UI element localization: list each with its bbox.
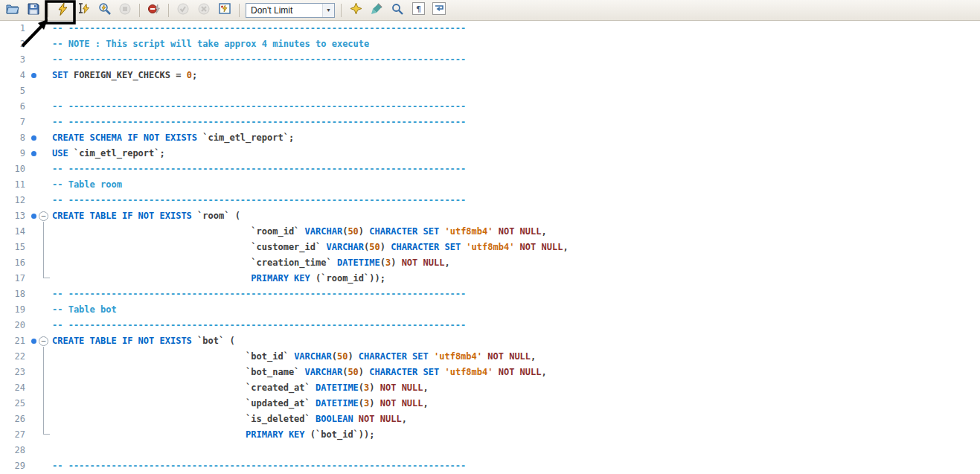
line-number: 5 (0, 83, 27, 99)
code-line-10[interactable]: 10-- -----------------------------------… (0, 161, 980, 177)
line-number: 9 (0, 146, 27, 161)
line-number: 2 (0, 36, 27, 52)
code-text: `created_at` DATETIME(3) NOT NULL, (52, 380, 429, 396)
code-line-1[interactable]: 1-- ------------------------------------… (0, 21, 980, 36)
open-script-button[interactable] (3, 1, 22, 19)
code-line-14[interactable]: 14 `room_id` VARCHAR(50) CHARACTER SET '… (0, 224, 980, 240)
code-line-21[interactable]: 21−CREATE TABLE IF NOT EXISTS `bot` ( (0, 333, 980, 349)
beautify-script-button[interactable] (346, 1, 365, 19)
autocommit-icon (219, 3, 231, 18)
code-line-13[interactable]: 13−CREATE TABLE IF NOT EXISTS `room` ( (0, 208, 980, 224)
code-line-20[interactable]: 20-- -----------------------------------… (0, 318, 980, 333)
explain-statement-button[interactable] (95, 1, 114, 19)
line-number: 25 (0, 396, 27, 411)
code-line-11[interactable]: 11-- Table room (0, 177, 980, 193)
gutter-markers (27, 130, 52, 146)
code-line-18[interactable]: 18-- -----------------------------------… (0, 286, 980, 302)
code-line-26[interactable]: 26 `is_deleted` BOOLEAN NOT NULL, (0, 411, 980, 427)
code-text: `is_deleted` BOOLEAN NOT NULL, (52, 411, 407, 427)
line-number: 6 (0, 99, 27, 115)
code-text: -- -------------------------------------… (52, 99, 466, 115)
execute-current-statement-button[interactable] (74, 1, 93, 19)
code-text: CREATE TABLE IF NOT EXISTS `bot` ( (52, 333, 235, 349)
code-line-25[interactable]: 25 `updated_at` DATETIME(3) NOT NULL, (0, 396, 980, 411)
code-text: PRIMARY KEY (`room_id`)); (52, 271, 385, 286)
line-number: 23 (0, 365, 27, 380)
line-number: 1 (0, 21, 27, 36)
toggle-word-wrap-button[interactable] (429, 1, 449, 19)
code-line-27[interactable]: 27 PRIMARY KEY (`bot_id`)); (0, 427, 980, 443)
pilcrow-icon: ¶ (412, 2, 425, 18)
toggle-invisible-characters-button[interactable]: ¶ (409, 1, 428, 19)
gutter-markers (27, 177, 52, 193)
beautify-icon (350, 2, 362, 18)
code-line-16[interactable]: 16 `creation_time` DATETIME(3) NOT NULL, (0, 255, 980, 271)
line-number: 22 (0, 349, 27, 365)
line-number: 7 (0, 115, 27, 130)
gutter-markers (27, 318, 52, 333)
find-in-editor-button[interactable] (388, 1, 407, 19)
code-line-17[interactable]: 17 PRIMARY KEY (`room_id`)); (0, 271, 980, 286)
code-line-23[interactable]: 23 `bot_name` VARCHAR(50) CHARACTER SET … (0, 365, 980, 380)
code-line-28[interactable]: 28 (0, 443, 980, 458)
line-number: 29 (0, 458, 27, 474)
toolbar-separator (48, 4, 48, 17)
execute-lightning-icon (57, 2, 68, 19)
search-icon (391, 3, 403, 18)
dropdown-arrow-icon[interactable]: ▼ (322, 4, 334, 17)
save-icon (28, 3, 39, 18)
toggle-stop-on-error-button[interactable] (144, 1, 164, 19)
toolbar-separator (168, 4, 169, 17)
fold-guide-line (43, 222, 50, 278)
code-line-22[interactable]: 22 `bot_id` VARCHAR(50) CHARACTER SET 'u… (0, 349, 980, 365)
limit-dropdown[interactable]: Don't Limit▼ (246, 3, 335, 18)
line-number: 17 (0, 271, 27, 286)
sql-editor-window: Don't Limit▼¶ 1-- ----------------------… (0, 0, 980, 474)
code-line-29[interactable]: 29-- -----------------------------------… (0, 458, 980, 474)
wrap-text-icon (432, 2, 446, 18)
code-text: -- -------------------------------------… (52, 52, 466, 68)
line-number: 10 (0, 161, 27, 177)
gutter-markers (27, 443, 52, 458)
rollback-icon (198, 3, 210, 18)
code-text: CREATE SCHEMA IF NOT EXISTS `cim_etl_rep… (52, 130, 294, 146)
code-text: `room_id` VARCHAR(50) CHARACTER SET 'utf… (52, 224, 547, 240)
code-line-7[interactable]: 7-- ------------------------------------… (0, 115, 980, 130)
folder-open-icon (6, 3, 19, 18)
code-line-12[interactable]: 12-- -----------------------------------… (0, 193, 980, 208)
statement-marker-icon (31, 135, 36, 141)
line-number: 21 (0, 333, 27, 349)
gutter-markers (27, 161, 52, 177)
gutter-markers (27, 115, 52, 130)
gutter-markers (27, 302, 52, 318)
clear-editor-button[interactable] (367, 1, 386, 19)
code-line-6[interactable]: 6-- ------------------------------------… (0, 99, 980, 115)
code-text: USE `cim_etl_report`; (52, 146, 165, 161)
toggle-autocommit-button[interactable] (215, 1, 234, 19)
code-line-15[interactable]: 15 `customer_id` VARCHAR(50) CHARACTER S… (0, 240, 980, 255)
gutter-markers (27, 52, 52, 68)
execute-script-button[interactable] (53, 1, 72, 19)
code-line-3[interactable]: 3-- ------------------------------------… (0, 52, 980, 68)
line-number: 27 (0, 427, 27, 443)
line-number: 4 (0, 68, 27, 83)
code-line-24[interactable]: 24 `created_at` DATETIME(3) NOT NULL, (0, 380, 980, 396)
gutter-markers (27, 146, 52, 161)
line-number: 20 (0, 318, 27, 333)
save-script-button[interactable] (24, 1, 43, 19)
fold-collapse-icon[interactable]: − (39, 336, 48, 346)
line-number: 11 (0, 177, 27, 193)
gutter-markers (27, 193, 52, 208)
code-editor[interactable]: 1-- ------------------------------------… (0, 21, 980, 474)
execute-current-icon (77, 2, 90, 18)
code-line-5[interactable]: 5 (0, 83, 980, 99)
commit-transaction-button (173, 1, 193, 19)
fold-collapse-icon[interactable]: − (39, 211, 48, 221)
statement-marker-icon (31, 73, 36, 78)
code-line-9[interactable]: 9USE `cim_etl_report`; (0, 146, 980, 161)
code-line-8[interactable]: 8CREATE SCHEMA IF NOT EXISTS `cim_etl_re… (0, 130, 980, 146)
code-line-19[interactable]: 19-- Table bot (0, 302, 980, 318)
code-line-2[interactable]: 2-- NOTE : This script will take approx … (0, 36, 980, 52)
fold-guide-line (43, 347, 50, 435)
code-line-4[interactable]: 4SET FOREIGN_KEY_CHECKS = 0; (0, 68, 980, 83)
